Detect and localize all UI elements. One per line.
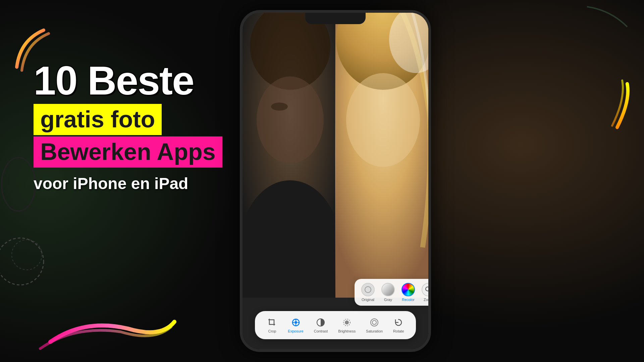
phone-notch bbox=[305, 13, 366, 24]
crop-label: Crop bbox=[268, 329, 276, 333]
photo-right bbox=[335, 13, 428, 298]
toolbar-item-rotate[interactable]: Rotate bbox=[390, 316, 407, 335]
photo-area bbox=[243, 13, 428, 298]
svg-point-17 bbox=[294, 321, 297, 324]
brightness-icon bbox=[341, 317, 352, 328]
svg-point-23 bbox=[426, 287, 428, 291]
phone-mockup: Crop Exposure bbox=[240, 10, 431, 352]
saturation-label: Saturation bbox=[366, 329, 383, 333]
gray-circle bbox=[381, 283, 395, 296]
rotate-icon bbox=[393, 317, 404, 328]
recolor-label: Recolor bbox=[402, 298, 415, 302]
filter-zoom[interactable]: Zoom bbox=[422, 283, 428, 302]
toolbar-item-contrast[interactable]: Contrast bbox=[311, 316, 331, 335]
title-yellow: gratis foto bbox=[40, 106, 155, 132]
phone-screen: Crop Exposure bbox=[243, 13, 428, 349]
original-label: Original bbox=[362, 298, 374, 302]
phone-toolbar: Crop Exposure bbox=[255, 311, 416, 339]
svg-point-22 bbox=[372, 320, 376, 324]
saturation-icon bbox=[369, 317, 380, 328]
svg-point-21 bbox=[371, 319, 378, 326]
gray-label: Gray bbox=[384, 298, 392, 302]
title-pink: Bewerken Apps bbox=[40, 139, 216, 165]
photo-left bbox=[243, 13, 335, 298]
toolbar-item-crop[interactable]: Crop bbox=[264, 316, 280, 335]
title-main: 10 Beste bbox=[34, 60, 235, 101]
phone-container: Crop Exposure bbox=[233, 0, 438, 362]
contrast-label: Contrast bbox=[314, 329, 328, 333]
original-circle bbox=[361, 283, 375, 296]
pink-box: Bewerken Apps bbox=[34, 136, 222, 168]
toolbar-item-saturation[interactable]: Saturation bbox=[363, 316, 385, 335]
filter-original[interactable]: Original bbox=[361, 283, 375, 302]
zoom-circle bbox=[422, 283, 428, 296]
color-filter-row: Original Gray Recolor bbox=[355, 279, 428, 306]
svg-point-6 bbox=[271, 103, 288, 111]
svg-point-7 bbox=[243, 180, 338, 298]
brightness-label: Brightness bbox=[338, 329, 356, 333]
toolbar-item-brightness[interactable]: Brightness bbox=[335, 316, 358, 335]
filter-gray[interactable]: Gray bbox=[381, 283, 395, 302]
yellow-box: gratis foto bbox=[34, 104, 162, 135]
toolbar-item-exposure[interactable]: Exposure bbox=[285, 316, 306, 335]
subtitle: voor iPhone en iPad bbox=[34, 174, 235, 193]
zoom-label: Zoom bbox=[424, 298, 428, 302]
recolor-circle bbox=[401, 283, 415, 296]
filter-recolor[interactable]: Recolor bbox=[401, 283, 415, 302]
exposure-label: Exposure bbox=[288, 329, 303, 333]
crop-icon bbox=[267, 317, 277, 328]
svg-point-19 bbox=[345, 320, 349, 324]
left-content: 10 Beste gratis foto Bewerken Apps voor … bbox=[34, 60, 235, 193]
svg-point-5 bbox=[257, 76, 324, 164]
contrast-icon bbox=[315, 317, 326, 328]
svg-point-10 bbox=[346, 73, 420, 167]
exposure-icon bbox=[290, 317, 301, 328]
rotate-label: Rotate bbox=[393, 329, 404, 333]
